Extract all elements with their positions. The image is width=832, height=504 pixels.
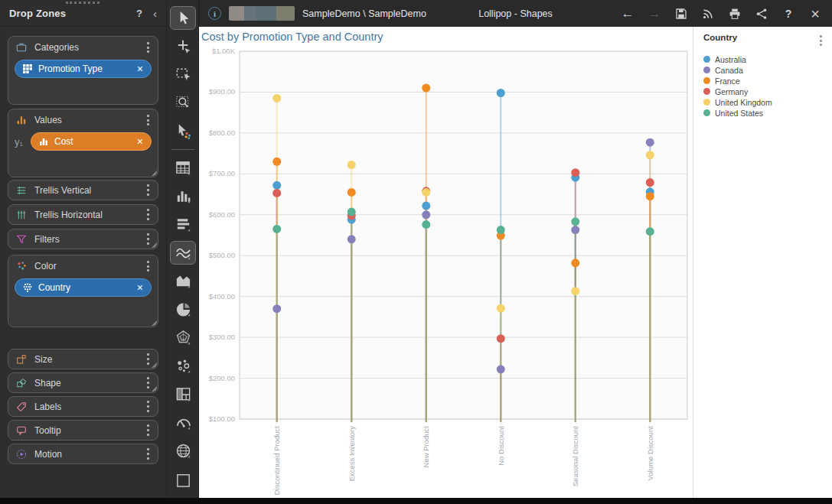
drop-zone-values[interactable]: Valuesy₁Cost× (8, 109, 158, 177)
data-point[interactable] (422, 220, 430, 229)
zone-menu-icon[interactable] (145, 206, 152, 223)
legend-item-canada[interactable]: Canada (703, 65, 832, 76)
drop-zone-motion[interactable]: Motion (8, 444, 158, 464)
radar-chart-icon[interactable] (170, 326, 196, 350)
svg-text:$200.00: $200.00 (209, 374, 235, 382)
zone-menu-icon[interactable] (145, 40, 152, 56)
bar-chart-icon[interactable] (170, 213, 196, 236)
data-point[interactable] (497, 304, 505, 313)
data-point[interactable] (272, 225, 281, 233)
legend-item-australia[interactable]: Australia (703, 54, 832, 65)
map-chart-icon[interactable] (170, 439, 196, 463)
treemap-chart-icon[interactable] (170, 382, 196, 406)
legend-item-united-kingdom[interactable]: United Kingdom (703, 97, 832, 108)
data-point[interactable] (646, 151, 654, 159)
data-point[interactable] (347, 188, 356, 197)
data-point[interactable] (571, 226, 579, 234)
drop-zone-trellis-vertical[interactable]: Trellis Vertical (8, 180, 158, 200)
legend-menu-icon[interactable] (817, 33, 824, 49)
data-point[interactable] (347, 235, 356, 243)
add-tool-icon[interactable] (170, 34, 196, 58)
column-chart-icon[interactable] (170, 184, 196, 208)
drop-zone-labels[interactable]: Labels (8, 396, 158, 417)
feed-icon[interactable] (700, 6, 716, 21)
line-chart-icon[interactable] (170, 241, 196, 265)
data-point[interactable] (646, 178, 654, 187)
area-chart-icon[interactable] (170, 269, 196, 293)
field-pill-country[interactable]: Country× (15, 278, 152, 297)
chart-type-toolbar (168, 0, 199, 504)
drop-zone-shape[interactable]: Shape (8, 372, 158, 393)
data-point[interactable] (347, 208, 356, 216)
zone-menu-icon[interactable] (145, 422, 152, 438)
share-icon[interactable] (754, 6, 769, 21)
help-icon[interactable]: ? (781, 6, 796, 21)
drag-grip[interactable] (66, 2, 100, 4)
box-chart-icon[interactable] (170, 467, 196, 491)
print-icon[interactable] (727, 6, 742, 21)
legend-panel: Country AustraliaCanadaFranceGermanyUnit… (693, 27, 832, 498)
save-icon[interactable] (674, 6, 689, 21)
data-point[interactable] (272, 304, 281, 313)
data-point[interactable] (422, 84, 430, 93)
data-point[interactable] (497, 226, 505, 234)
drop-zone-tooltip[interactable]: Tooltip (8, 420, 158, 441)
data-point[interactable] (571, 259, 579, 267)
data-point[interactable] (272, 189, 281, 197)
data-point[interactable] (646, 192, 654, 200)
field-pill-cost[interactable]: Cost× (31, 132, 152, 151)
back-icon[interactable]: ← (620, 6, 635, 21)
collapse-panel-icon[interactable]: ‹ (153, 8, 157, 19)
data-point[interactable] (347, 161, 356, 169)
drop-zone-categories[interactable]: CategoriesPromotion Type× (8, 36, 158, 105)
zone-menu-icon[interactable] (145, 182, 152, 198)
legend-item-germany[interactable]: Germany (703, 86, 832, 97)
data-point[interactable] (646, 138, 654, 147)
scatter-chart-icon[interactable] (170, 354, 196, 378)
close-icon[interactable]: × (808, 6, 823, 21)
data-point[interactable] (497, 365, 505, 373)
data-point[interactable] (422, 202, 430, 210)
pie-chart-icon[interactable] (170, 298, 196, 321)
lollipop-chart[interactable]: $1.00K$900.00$800.00$700.00$600.00$500.0… (199, 27, 693, 498)
remove-field-icon[interactable]: × (136, 282, 144, 293)
highlight-select-tool-icon[interactable] (170, 119, 196, 143)
data-point[interactable] (497, 89, 505, 97)
table-chart-icon[interactable] (170, 156, 196, 180)
drop-zone-filters[interactable]: Filters (8, 229, 158, 249)
pointer-tool-icon[interactable] (170, 6, 196, 30)
data-point[interactable] (571, 217, 579, 226)
remove-field-icon[interactable]: × (136, 136, 144, 147)
zone-menu-icon[interactable] (145, 259, 152, 275)
data-point[interactable] (422, 210, 430, 219)
data-point[interactable] (646, 227, 654, 236)
zone-menu-icon[interactable] (145, 351, 152, 367)
remove-field-icon[interactable]: × (136, 63, 144, 74)
zone-menu-icon[interactable] (145, 375, 152, 391)
zone-menu-icon[interactable] (145, 398, 152, 415)
gauge-chart-icon[interactable] (170, 411, 196, 434)
info-icon[interactable]: i (208, 7, 221, 20)
data-point[interactable] (272, 94, 281, 102)
data-point[interactable] (571, 287, 579, 295)
drop-zone-trellis-horizontal[interactable]: Trellis Horizontal (8, 204, 158, 225)
zone-menu-icon[interactable] (145, 231, 152, 247)
marquee-select-tool-icon[interactable] (170, 63, 196, 86)
data-point[interactable] (272, 158, 281, 166)
data-point[interactable] (422, 188, 430, 197)
zoom-select-tool-icon[interactable] (170, 91, 196, 115)
data-point[interactable] (571, 168, 579, 177)
forward-icon[interactable]: → (647, 6, 662, 21)
legend-items: AustraliaCanadaFranceGermanyUnited Kingd… (703, 54, 832, 119)
drop-zone-color[interactable]: ColorCountry× (8, 255, 158, 327)
data-point[interactable] (272, 181, 281, 190)
legend-item-france[interactable]: France (703, 76, 832, 86)
drop-zone-size[interactable]: Size (8, 349, 158, 369)
bottom-resize-bar[interactable] (0, 498, 832, 504)
legend-item-united-states[interactable]: United States (703, 108, 832, 119)
help-icon[interactable]: ? (136, 8, 142, 19)
zone-menu-icon[interactable] (145, 446, 152, 462)
zone-menu-icon[interactable] (145, 112, 152, 128)
data-point[interactable] (497, 334, 505, 343)
field-pill-promotion-type[interactable]: Promotion Type× (15, 60, 152, 78)
